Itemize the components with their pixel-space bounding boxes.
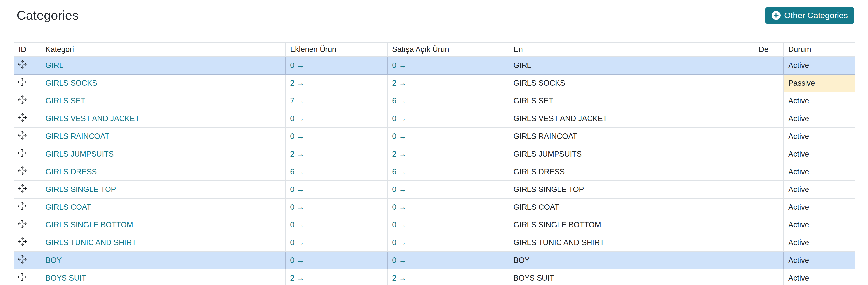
move-icon[interactable] bbox=[18, 95, 27, 104]
status-cell: Active bbox=[784, 145, 855, 163]
move-icon[interactable] bbox=[18, 273, 27, 281]
added-products-count: 2 bbox=[290, 79, 294, 87]
added-products-link[interactable]: 0→ bbox=[290, 238, 304, 247]
added-products-count: 0 bbox=[290, 114, 294, 123]
name-de-cell bbox=[754, 74, 784, 92]
added-products-count: 0 bbox=[290, 203, 294, 212]
arrow-right-icon: → bbox=[399, 132, 406, 140]
open-for-sale-cell: 2→ bbox=[388, 145, 509, 163]
category-link[interactable]: GIRLS SET bbox=[45, 96, 85, 105]
open-for-sale-link[interactable]: 0→ bbox=[392, 61, 406, 70]
category-cell: GIRLS SET bbox=[41, 92, 285, 110]
category-cell: BOYS SUIT bbox=[41, 269, 285, 285]
category-cell: GIRLS COAT bbox=[41, 198, 285, 216]
category-link[interactable]: GIRLS VEST AND JACKET bbox=[45, 114, 140, 123]
category-link[interactable]: GIRLS COAT bbox=[45, 203, 91, 212]
open-for-sale-link[interactable]: 0→ bbox=[392, 256, 406, 264]
arrow-right-icon: → bbox=[297, 150, 304, 158]
arrow-right-icon: → bbox=[297, 221, 304, 229]
added-products-link[interactable]: 0→ bbox=[290, 221, 304, 229]
move-icon[interactable] bbox=[18, 166, 27, 175]
open-for-sale-link[interactable]: 0→ bbox=[392, 114, 406, 123]
name-en-cell: GIRLS COAT bbox=[509, 198, 754, 216]
status-cell: Passive bbox=[784, 74, 855, 92]
drag-handle-cell bbox=[14, 92, 41, 110]
open-for-sale-link[interactable]: 0→ bbox=[392, 221, 406, 229]
move-icon[interactable] bbox=[18, 78, 27, 86]
move-icon[interactable] bbox=[18, 202, 27, 211]
table-header-row: ID Kategori Eklenen Ürün Satışa Açık Ürü… bbox=[14, 42, 855, 57]
table-row: GIRLS SINGLE TOP 0→ 0→ GIRLS SINGLE TOP … bbox=[14, 181, 855, 198]
added-products-link[interactable]: 0→ bbox=[290, 203, 304, 212]
arrow-right-icon: → bbox=[297, 61, 304, 70]
added-products-cell: 7→ bbox=[285, 92, 388, 110]
move-icon[interactable] bbox=[18, 184, 27, 193]
added-products-link[interactable]: 2→ bbox=[290, 274, 304, 282]
drag-handle-cell bbox=[14, 234, 41, 252]
move-icon[interactable] bbox=[18, 149, 27, 157]
category-link[interactable]: GIRLS DRESS bbox=[45, 167, 97, 176]
arrow-right-icon: → bbox=[399, 96, 406, 105]
open-for-sale-link[interactable]: 2→ bbox=[392, 274, 406, 282]
page-header: Categories Other Categories bbox=[0, 0, 868, 31]
drag-handle-cell bbox=[14, 74, 41, 92]
name-en-cell: GIRLS SINGLE BOTTOM bbox=[509, 216, 754, 234]
added-products-cell: 0→ bbox=[285, 216, 388, 234]
name-de-cell bbox=[754, 252, 784, 269]
added-products-cell: 0→ bbox=[285, 252, 388, 269]
open-for-sale-link[interactable]: 2→ bbox=[392, 79, 406, 87]
added-products-link[interactable]: 0→ bbox=[290, 185, 304, 194]
open-for-sale-count: 2 bbox=[392, 274, 396, 282]
move-icon[interactable] bbox=[18, 237, 27, 246]
category-link[interactable]: GIRL bbox=[45, 61, 63, 70]
open-for-sale-cell: 0→ bbox=[388, 181, 509, 198]
drag-handle-cell bbox=[14, 145, 41, 163]
move-icon[interactable] bbox=[18, 60, 27, 69]
added-products-cell: 0→ bbox=[285, 127, 388, 145]
name-en-cell: BOYS SUIT bbox=[509, 269, 754, 285]
open-for-sale-link[interactable]: 6→ bbox=[392, 167, 406, 176]
status-cell: Active bbox=[784, 216, 855, 234]
category-link[interactable]: GIRLS TUNIC AND SHIRT bbox=[45, 238, 136, 247]
added-products-link[interactable]: 0→ bbox=[290, 256, 304, 264]
added-products-link[interactable]: 2→ bbox=[290, 150, 304, 158]
added-products-count: 2 bbox=[290, 274, 294, 282]
added-products-link[interactable]: 2→ bbox=[290, 79, 304, 87]
name-de-cell bbox=[754, 181, 784, 198]
name-en-cell: GIRLS JUMPSUITS bbox=[509, 145, 754, 163]
category-link[interactable]: GIRLS RAINCOAT bbox=[45, 132, 110, 140]
column-header-id: ID bbox=[14, 42, 41, 57]
move-icon[interactable] bbox=[18, 220, 27, 228]
open-for-sale-cell: 0→ bbox=[388, 234, 509, 252]
move-icon[interactable] bbox=[18, 113, 27, 122]
category-link[interactable]: GIRLS SINGLE BOTTOM bbox=[45, 221, 133, 229]
other-categories-button[interactable]: Other Categories bbox=[765, 7, 854, 24]
added-products-count: 2 bbox=[290, 150, 294, 158]
move-icon[interactable] bbox=[18, 255, 27, 263]
open-for-sale-link[interactable]: 0→ bbox=[392, 203, 406, 212]
open-for-sale-link[interactable]: 0→ bbox=[392, 238, 406, 247]
added-products-link[interactable]: 0→ bbox=[290, 132, 304, 140]
category-link[interactable]: GIRLS SINGLE TOP bbox=[45, 185, 116, 194]
added-products-link[interactable]: 6→ bbox=[290, 167, 304, 176]
category-link[interactable]: GIRLS JUMPSUITS bbox=[45, 150, 114, 158]
table-row: GIRLS RAINCOAT 0→ 0→ GIRLS RAINCOAT Acti… bbox=[14, 127, 855, 145]
column-header-kategori: Kategori bbox=[41, 42, 285, 57]
category-link[interactable]: BOY bbox=[45, 256, 62, 264]
open-for-sale-link[interactable]: 0→ bbox=[392, 132, 406, 140]
added-products-link[interactable]: 7→ bbox=[290, 96, 304, 105]
status-cell: Active bbox=[784, 181, 855, 198]
category-cell: BOY bbox=[41, 252, 285, 269]
added-products-link[interactable]: 0→ bbox=[290, 61, 304, 70]
name-en-cell: GIRLS SINGLE TOP bbox=[509, 181, 754, 198]
open-for-sale-link[interactable]: 6→ bbox=[392, 96, 406, 105]
open-for-sale-count: 0 bbox=[392, 221, 396, 229]
open-for-sale-cell: 0→ bbox=[388, 110, 509, 127]
open-for-sale-link[interactable]: 2→ bbox=[392, 150, 406, 158]
category-link[interactable]: BOYS SUIT bbox=[45, 274, 86, 282]
added-products-link[interactable]: 0→ bbox=[290, 114, 304, 123]
move-icon[interactable] bbox=[18, 131, 27, 139]
category-link[interactable]: GIRLS SOCKS bbox=[45, 79, 97, 87]
open-for-sale-link[interactable]: 0→ bbox=[392, 185, 406, 194]
open-for-sale-cell: 0→ bbox=[388, 252, 509, 269]
